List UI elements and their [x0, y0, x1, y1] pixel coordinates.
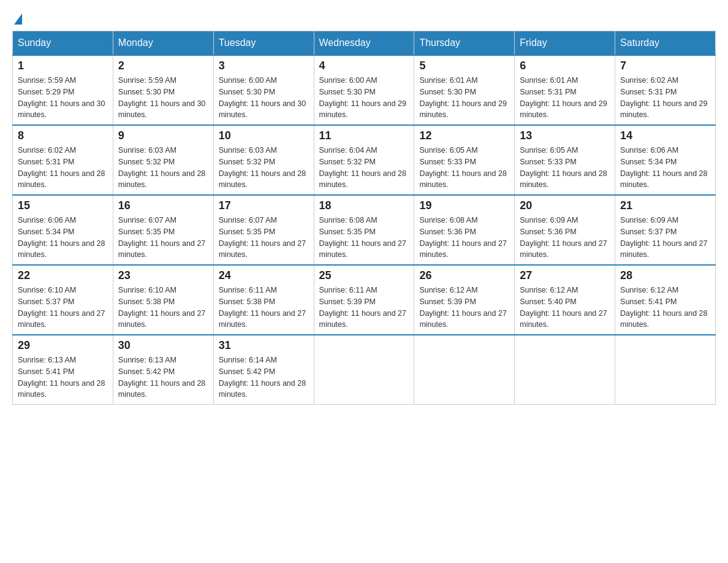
day-info: Sunrise: 6:13 AMSunset: 5:42 PMDaylight:…: [118, 354, 208, 400]
day-header-sunday: Sunday: [13, 31, 113, 56]
day-number: 6: [520, 59, 610, 72]
day-header-wednesday: Wednesday: [314, 31, 414, 56]
calendar-cell: 5Sunrise: 6:01 AMSunset: 5:30 PMDaylight…: [414, 55, 515, 125]
calendar-table: SundayMondayTuesdayWednesdayThursdayFrid…: [12, 31, 716, 405]
calendar-cell: 2Sunrise: 5:59 AMSunset: 5:30 PMDaylight…: [113, 55, 213, 125]
day-number: 11: [319, 129, 409, 142]
calendar-cell: 19Sunrise: 6:08 AMSunset: 5:36 PMDayligh…: [414, 195, 515, 265]
day-info: Sunrise: 6:03 AMSunset: 5:32 PMDaylight:…: [118, 145, 208, 191]
day-info: Sunrise: 6:13 AMSunset: 5:41 PMDaylight:…: [18, 354, 108, 400]
calendar-cell: 12Sunrise: 6:05 AMSunset: 5:33 PMDayligh…: [414, 125, 515, 195]
day-number: 10: [219, 129, 309, 142]
day-number: 22: [18, 269, 108, 282]
week-row-1: 1Sunrise: 5:59 AMSunset: 5:29 PMDaylight…: [13, 55, 716, 125]
calendar-cell: 14Sunrise: 6:06 AMSunset: 5:34 PMDayligh…: [615, 125, 716, 195]
day-header-monday: Monday: [113, 31, 213, 56]
day-number: 20: [520, 199, 610, 212]
day-number: 13: [520, 129, 610, 142]
day-number: 18: [319, 199, 409, 212]
calendar-cell: 26Sunrise: 6:12 AMSunset: 5:39 PMDayligh…: [414, 265, 515, 335]
calendar-cell: 22Sunrise: 6:10 AMSunset: 5:37 PMDayligh…: [13, 265, 113, 335]
day-number: 28: [620, 269, 710, 282]
calendar-cell: 13Sunrise: 6:05 AMSunset: 5:33 PMDayligh…: [515, 125, 615, 195]
day-info: Sunrise: 6:11 AMSunset: 5:38 PMDaylight:…: [219, 285, 309, 331]
day-header-saturday: Saturday: [615, 31, 716, 56]
calendar-cell: 3Sunrise: 6:00 AMSunset: 5:30 PMDaylight…: [213, 55, 314, 125]
day-header-thursday: Thursday: [414, 31, 515, 56]
day-info: Sunrise: 6:09 AMSunset: 5:37 PMDaylight:…: [620, 215, 710, 261]
day-info: Sunrise: 6:10 AMSunset: 5:37 PMDaylight:…: [18, 285, 108, 331]
day-info: Sunrise: 6:03 AMSunset: 5:32 PMDaylight:…: [219, 145, 309, 191]
calendar-cell: 16Sunrise: 6:07 AMSunset: 5:35 PMDayligh…: [113, 195, 213, 265]
week-row-5: 29Sunrise: 6:13 AMSunset: 5:41 PMDayligh…: [13, 335, 716, 405]
day-number: 14: [620, 129, 710, 142]
day-number: 8: [18, 129, 108, 142]
calendar-cell: 20Sunrise: 6:09 AMSunset: 5:36 PMDayligh…: [515, 195, 615, 265]
day-number: 4: [319, 59, 409, 72]
logo: [12, 12, 22, 25]
calendar-cell: 15Sunrise: 6:06 AMSunset: 5:34 PMDayligh…: [13, 195, 113, 265]
calendar-cell: [314, 335, 414, 405]
week-row-2: 8Sunrise: 6:02 AMSunset: 5:31 PMDaylight…: [13, 125, 716, 195]
day-number: 29: [18, 339, 108, 352]
day-info: Sunrise: 6:05 AMSunset: 5:33 PMDaylight:…: [419, 145, 509, 191]
calendar-cell: 10Sunrise: 6:03 AMSunset: 5:32 PMDayligh…: [213, 125, 314, 195]
day-number: 23: [118, 269, 208, 282]
day-info: Sunrise: 6:12 AMSunset: 5:40 PMDaylight:…: [520, 285, 610, 331]
day-info: Sunrise: 6:06 AMSunset: 5:34 PMDaylight:…: [620, 145, 710, 191]
week-row-3: 15Sunrise: 6:06 AMSunset: 5:34 PMDayligh…: [13, 195, 716, 265]
day-number: 27: [520, 269, 610, 282]
calendar-cell: 21Sunrise: 6:09 AMSunset: 5:37 PMDayligh…: [615, 195, 716, 265]
day-number: 2: [118, 59, 208, 72]
day-info: Sunrise: 6:05 AMSunset: 5:33 PMDaylight:…: [520, 145, 610, 191]
day-number: 15: [18, 199, 108, 212]
calendar-cell: 28Sunrise: 6:12 AMSunset: 5:41 PMDayligh…: [615, 265, 716, 335]
day-info: Sunrise: 6:11 AMSunset: 5:39 PMDaylight:…: [319, 285, 409, 331]
calendar-cell: 4Sunrise: 6:00 AMSunset: 5:30 PMDaylight…: [314, 55, 414, 125]
day-number: 1: [18, 59, 108, 72]
day-info: Sunrise: 6:04 AMSunset: 5:32 PMDaylight:…: [319, 145, 409, 191]
day-number: 26: [419, 269, 509, 282]
day-header-friday: Friday: [515, 31, 615, 56]
day-number: 21: [620, 199, 710, 212]
day-number: 16: [118, 199, 208, 212]
day-info: Sunrise: 5:59 AMSunset: 5:29 PMDaylight:…: [18, 75, 108, 121]
day-info: Sunrise: 6:14 AMSunset: 5:42 PMDaylight:…: [219, 354, 309, 400]
calendar-cell: 25Sunrise: 6:11 AMSunset: 5:39 PMDayligh…: [314, 265, 414, 335]
day-info: Sunrise: 6:09 AMSunset: 5:36 PMDaylight:…: [520, 215, 610, 261]
calendar-cell: 9Sunrise: 6:03 AMSunset: 5:32 PMDaylight…: [113, 125, 213, 195]
calendar-cell: 8Sunrise: 6:02 AMSunset: 5:31 PMDaylight…: [13, 125, 113, 195]
day-info: Sunrise: 6:07 AMSunset: 5:35 PMDaylight:…: [219, 215, 309, 261]
day-info: Sunrise: 6:06 AMSunset: 5:34 PMDaylight:…: [18, 215, 108, 261]
calendar-cell: 17Sunrise: 6:07 AMSunset: 5:35 PMDayligh…: [213, 195, 314, 265]
calendar-cell: 6Sunrise: 6:01 AMSunset: 5:31 PMDaylight…: [515, 55, 615, 125]
calendar-cell: [615, 335, 716, 405]
day-number: 17: [219, 199, 309, 212]
calendar-cell: 23Sunrise: 6:10 AMSunset: 5:38 PMDayligh…: [113, 265, 213, 335]
day-number: 3: [219, 59, 309, 72]
day-number: 24: [219, 269, 309, 282]
calendar-cell: 1Sunrise: 5:59 AMSunset: 5:29 PMDaylight…: [13, 55, 113, 125]
calendar-cell: 27Sunrise: 6:12 AMSunset: 5:40 PMDayligh…: [515, 265, 615, 335]
calendar-cell: 18Sunrise: 6:08 AMSunset: 5:35 PMDayligh…: [314, 195, 414, 265]
day-info: Sunrise: 6:12 AMSunset: 5:39 PMDaylight:…: [419, 285, 509, 331]
calendar-cell: 7Sunrise: 6:02 AMSunset: 5:31 PMDaylight…: [615, 55, 716, 125]
day-info: Sunrise: 6:08 AMSunset: 5:35 PMDaylight:…: [319, 215, 409, 261]
day-number: 30: [118, 339, 208, 352]
day-info: Sunrise: 6:01 AMSunset: 5:30 PMDaylight:…: [419, 75, 509, 121]
day-number: 12: [419, 129, 509, 142]
calendar-cell: [515, 335, 615, 405]
day-number: 19: [419, 199, 509, 212]
calendar-cell: [414, 335, 515, 405]
day-number: 31: [219, 339, 309, 352]
week-row-4: 22Sunrise: 6:10 AMSunset: 5:37 PMDayligh…: [13, 265, 716, 335]
day-info: Sunrise: 6:12 AMSunset: 5:41 PMDaylight:…: [620, 285, 710, 331]
day-info: Sunrise: 6:10 AMSunset: 5:38 PMDaylight:…: [118, 285, 208, 331]
day-number: 5: [419, 59, 509, 72]
calendar-cell: 11Sunrise: 6:04 AMSunset: 5:32 PMDayligh…: [314, 125, 414, 195]
day-info: Sunrise: 6:07 AMSunset: 5:35 PMDaylight:…: [118, 215, 208, 261]
calendar-cell: 30Sunrise: 6:13 AMSunset: 5:42 PMDayligh…: [113, 335, 213, 405]
day-number: 25: [319, 269, 409, 282]
day-number: 7: [620, 59, 710, 72]
day-info: Sunrise: 6:00 AMSunset: 5:30 PMDaylight:…: [319, 75, 409, 121]
